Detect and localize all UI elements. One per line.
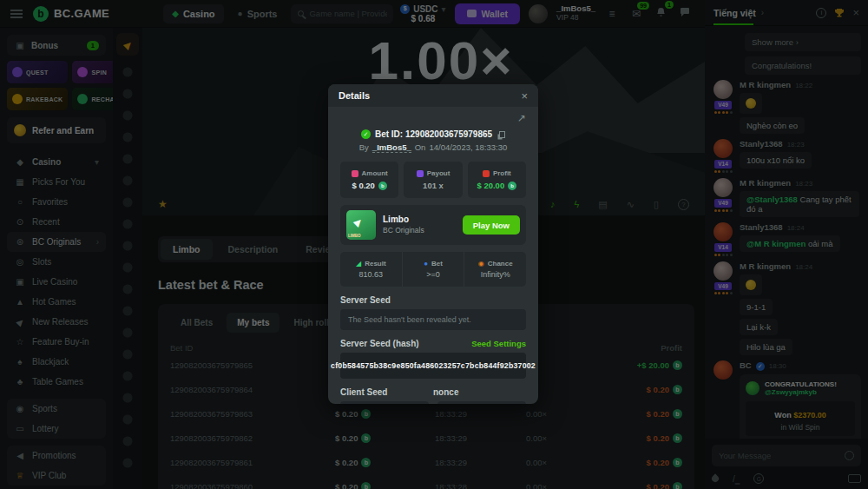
share-icon[interactable]: ↗	[517, 112, 526, 126]
seed-settings-link[interactable]: Seed Settings	[471, 339, 526, 348]
copy-icon[interactable]	[499, 131, 505, 138]
limbo-thumbnail[interactable]: ▶ LIMBO	[346, 210, 376, 240]
outcome-box: ◢Result 810.63 ●Bet >=0 ◉Chance Infinity…	[340, 252, 526, 287]
coin-icon: b	[378, 182, 387, 190]
outcome-result: ◢Result 810.63	[340, 252, 402, 287]
close-icon[interactable]: ×	[521, 89, 528, 102]
bet-id-row: ✓ Bet ID: 129082003675979865	[340, 129, 526, 139]
stat-amount: Amount $ 0.20b	[340, 162, 398, 198]
chance-icon: ◉	[478, 260, 484, 268]
play-now-button[interactable]: Play Now	[463, 215, 520, 235]
modal-header: Details ×	[328, 84, 538, 107]
game-provider: BC Originals	[383, 226, 456, 236]
server-seed-hash-value[interactable]: cf0b584575b38c9e850fa486023257c7bcb844f9…	[340, 353, 526, 379]
bet-value: >=0	[426, 270, 440, 279]
modal-body: ↗ ✓ Bet ID: 129082003675979865 By _ImBos…	[328, 107, 538, 404]
nonce-input[interactable]	[437, 401, 526, 404]
game-card: ▶ LIMBO Limbo BC Originals Play Now	[340, 205, 526, 245]
server-seed-label: Server Seed	[340, 295, 526, 305]
result-value: 810.63	[359, 270, 384, 279]
server-seed-hash-label: Server Seed (hash)	[340, 339, 471, 348]
bet-stats: Amount $ 0.20b Payout 101 x Profit $ 20.…	[340, 162, 526, 198]
bet-target-icon: ●	[424, 260, 428, 268]
stat-payout: Payout 101 x	[404, 162, 462, 198]
chance-value: Infinity%	[481, 270, 510, 279]
game-name: Limbo	[383, 214, 456, 226]
rocket-icon: ▶	[352, 215, 365, 228]
amount-icon	[352, 170, 358, 177]
payout-icon	[417, 170, 424, 177]
stat-profit: Profit $ 20.00b	[468, 162, 526, 198]
outcome-chance: ◉Chance Infinity%	[464, 252, 526, 287]
server-seed-value: The Seed hasn't been revealed yet.	[340, 309, 526, 330]
result-chart-icon: ◢	[356, 260, 361, 268]
modal-title: Details	[339, 90, 521, 101]
verified-shield-icon: ✓	[361, 129, 371, 139]
profit-icon	[483, 170, 490, 177]
coin-icon: b	[508, 182, 516, 190]
bet-details-modal: Details × ↗ ✓ Bet ID: 129082003675979865…	[328, 84, 538, 404]
nonce-label: nonce	[433, 387, 526, 397]
client-seed-input[interactable]	[340, 401, 429, 404]
bet-id-value: 129082003675979865	[405, 129, 492, 139]
client-seed-label: Client Seed	[340, 387, 433, 397]
player-link[interactable]: _ImBos5_	[372, 142, 411, 153]
bet-author-row: By _ImBos5_ On 14/04/2023, 18:33:30	[340, 142, 526, 153]
bet-datetime: 14/04/2023, 18:33:30	[429, 142, 507, 152]
outcome-bet: ●Bet >=0	[402, 252, 464, 287]
